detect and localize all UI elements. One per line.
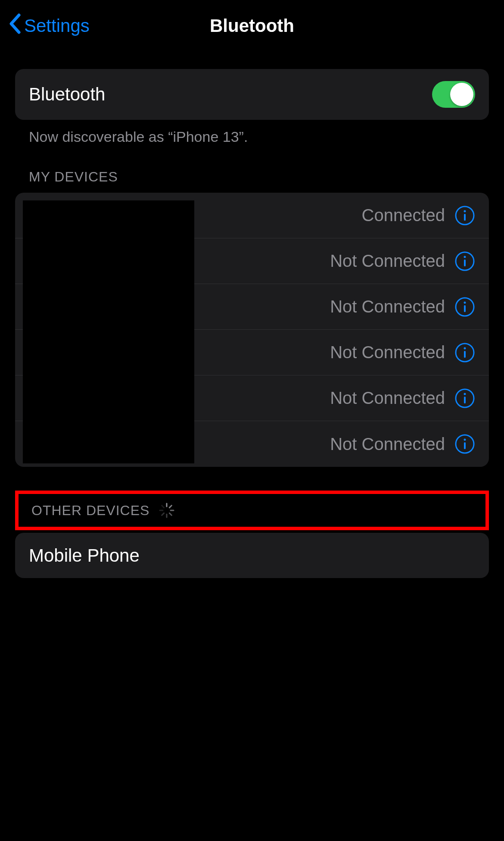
bluetooth-toggle-card: Bluetooth [15, 69, 489, 120]
redacted-overlay [23, 200, 194, 463]
device-status: Not Connected [330, 388, 445, 408]
toggle-knob [450, 83, 473, 106]
svg-point-4 [464, 256, 466, 258]
other-device-name: Mobile Phone [29, 545, 140, 566]
info-icon[interactable] [454, 251, 475, 272]
page-title: Bluetooth [210, 16, 294, 36]
svg-point-16 [464, 439, 466, 441]
back-button[interactable]: Settings [9, 13, 90, 38]
device-status: Not Connected [330, 297, 445, 316]
spinner-icon [158, 502, 175, 519]
device-status: Not Connected [330, 251, 445, 271]
content: Bluetooth Now discoverable as “iPhone 13… [0, 52, 504, 578]
svg-rect-2 [464, 214, 466, 221]
bluetooth-toggle[interactable] [432, 81, 475, 108]
other-device-row[interactable]: Mobile Phone [15, 533, 489, 578]
svg-line-21 [170, 513, 172, 515]
svg-line-19 [170, 506, 172, 508]
other-devices-list: Mobile Phone [15, 533, 489, 578]
other-devices-header-label: OTHER DEVICES [31, 503, 149, 519]
chevron-left-icon [9, 13, 21, 38]
svg-point-7 [464, 301, 466, 303]
svg-rect-17 [464, 442, 466, 449]
highlight-annotation: OTHER DEVICES [15, 491, 489, 530]
info-icon[interactable] [454, 205, 475, 226]
back-label: Settings [24, 16, 90, 36]
nav-header: Settings Bluetooth [0, 0, 504, 52]
bluetooth-toggle-row[interactable]: Bluetooth [15, 69, 489, 120]
svg-line-25 [162, 506, 164, 508]
device-status: Not Connected [330, 435, 445, 454]
svg-rect-8 [464, 305, 466, 312]
svg-point-13 [464, 393, 466, 395]
other-devices-header: OTHER DEVICES [31, 502, 473, 519]
device-status: Connected [362, 206, 445, 225]
info-icon[interactable] [454, 342, 475, 363]
svg-rect-14 [464, 397, 466, 403]
discoverable-text: Now discoverable as “iPhone 13”. [15, 120, 489, 145]
bluetooth-label: Bluetooth [29, 84, 105, 105]
svg-line-23 [162, 513, 164, 515]
my-devices-list: Connected Not Connected Not Connected No… [15, 193, 489, 467]
device-status: Not Connected [330, 343, 445, 362]
info-icon[interactable] [454, 434, 475, 454]
svg-rect-11 [464, 351, 466, 358]
svg-point-10 [464, 347, 466, 349]
my-devices-header: MY DEVICES [15, 145, 489, 193]
info-icon[interactable] [454, 297, 475, 317]
info-icon[interactable] [454, 388, 475, 409]
svg-rect-5 [464, 259, 466, 266]
svg-point-1 [464, 210, 466, 212]
